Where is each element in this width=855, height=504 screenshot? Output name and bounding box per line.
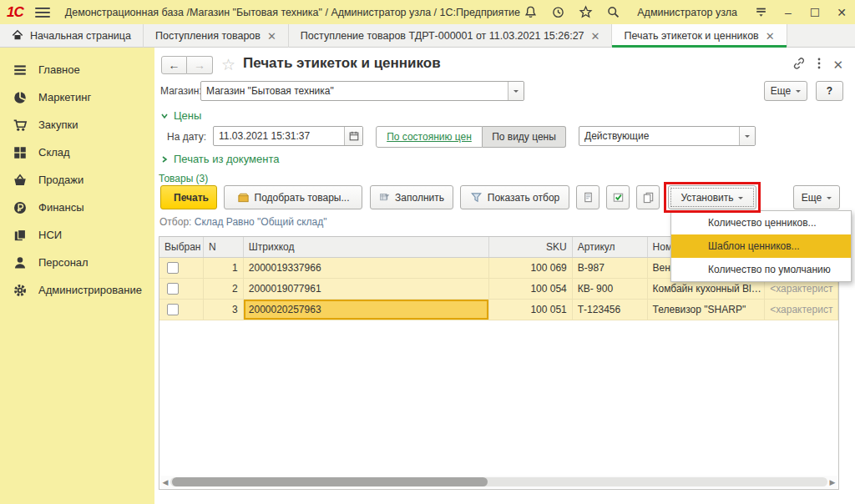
minimize-button[interactable]: –: [782, 6, 795, 19]
nav-back-button[interactable]: ←: [161, 56, 187, 74]
list-settings-button[interactable]: [576, 185, 600, 209]
dropdown-arrow-icon[interactable]: [739, 127, 755, 145]
copy-icon: [642, 191, 655, 204]
fill-button[interactable]: Заполнить: [370, 185, 453, 209]
sidebar-item-sales[interactable]: Продажи: [0, 166, 154, 194]
chevron-right-icon: [160, 155, 169, 164]
cell-nomenclature[interactable]: Телевизор "SHARP": [648, 300, 766, 320]
prices-section-toggle[interactable]: Цены: [160, 109, 201, 122]
date-input[interactable]: 11.03.2021 15:31:37: [213, 126, 363, 146]
calendar-icon[interactable]: [344, 127, 362, 145]
more-dots-icon[interactable]: [817, 57, 822, 73]
cell-sku[interactable]: 100 054: [489, 279, 573, 299]
toggle-by-price-state[interactable]: По состоянию цен: [376, 126, 483, 148]
cell-characteristic[interactable]: <характерист: [765, 300, 838, 320]
tab-print-labels[interactable]: Печать этикеток и ценников ✕: [612, 24, 787, 48]
current-user[interactable]: Администратор узла: [637, 7, 737, 18]
grid-icon: [13, 145, 28, 160]
notifications-bell-icon[interactable]: [524, 5, 538, 19]
scrollbar-thumb[interactable]: [172, 477, 488, 486]
column-header-selected[interactable]: Выбран: [159, 237, 204, 257]
dropdown-arrow-icon[interactable]: [508, 82, 524, 100]
cell-barcode-selected[interactable]: 2000020257963: [244, 300, 489, 320]
column-header-n[interactable]: N: [204, 237, 244, 257]
tab-close-icon[interactable]: ✕: [591, 30, 600, 43]
row-checkbox[interactable]: [167, 262, 179, 274]
cell-sku[interactable]: 100 069: [489, 258, 573, 278]
tab-label: Начальная страница: [30, 30, 131, 42]
cell-article[interactable]: В-987: [573, 258, 648, 278]
service-menu-icon[interactable]: [754, 5, 768, 19]
tab-goods-receipts[interactable]: Поступления товаров ✕: [144, 24, 289, 48]
menu-item-price-tag-count[interactable]: Количество ценников...: [671, 211, 851, 234]
cell-article[interactable]: КВ- 900: [573, 279, 648, 299]
books-icon: [13, 228, 28, 243]
help-button[interactable]: ?: [816, 81, 843, 101]
sidebar-item-purchases[interactable]: Закупки: [0, 111, 154, 139]
sidebar-item-finance[interactable]: Финансы: [0, 194, 154, 221]
cell-n[interactable]: 3: [204, 300, 244, 320]
search-icon[interactable]: [606, 5, 620, 19]
nav-forward-button[interactable]: →: [187, 56, 213, 74]
close-form-icon[interactable]: ✕: [832, 58, 843, 73]
cell-barcode[interactable]: 2000019337966: [244, 258, 489, 278]
set-button[interactable]: Установить: [668, 185, 756, 209]
sidebar-item-warehouse[interactable]: Склад: [0, 139, 154, 166]
window-title: Демонстрационная база /Магазин "Бытовая …: [65, 7, 520, 18]
toolbar-more-button[interactable]: Еще: [793, 185, 840, 209]
store-select[interactable]: Магазин "Бытовая техника": [200, 81, 524, 101]
pie-chart-icon: [13, 90, 28, 105]
tab-goods-receipt-doc[interactable]: Поступление товаров ТДРТ-000001 от 11.03…: [289, 24, 613, 48]
horizontal-scrollbar[interactable]: ◀ ▶: [160, 476, 837, 488]
checkmark-icon: [612, 191, 625, 204]
toggle-by-price-kind[interactable]: По виду цены: [483, 126, 566, 148]
show-filter-button[interactable]: Показать отбор: [460, 185, 569, 209]
menu-item-default-count[interactable]: Количество по умолчанию: [671, 258, 851, 281]
history-icon[interactable]: [551, 5, 565, 19]
pick-goods-button[interactable]: Подобрать товары...: [224, 185, 362, 209]
cell-n[interactable]: 2: [204, 279, 244, 299]
cell-sku[interactable]: 100 051: [489, 300, 573, 320]
column-header-article[interactable]: Артикул: [573, 237, 648, 257]
close-window-button[interactable]: ✕: [835, 6, 848, 19]
tab-close-icon[interactable]: ✕: [766, 30, 775, 43]
sidebar-item-marketing[interactable]: Маркетинг: [0, 83, 154, 111]
person-icon: [13, 255, 28, 270]
check-all-button[interactable]: [606, 185, 630, 209]
column-header-barcode[interactable]: Штрихкод: [244, 237, 489, 257]
scroll-left-icon[interactable]: ◀: [160, 478, 170, 486]
sidebar-item-personnel[interactable]: Персонал: [0, 249, 154, 276]
column-header-sku[interactable]: SKU: [489, 237, 573, 257]
tab-bar: Начальная страница Поступления товаров ✕…: [0, 24, 855, 48]
table-row[interactable]: 3 2000020257963 100 051 Т-123456 Телевиз…: [159, 300, 838, 320]
row-checkbox[interactable]: [167, 304, 179, 315]
maximize-button[interactable]: ☐: [808, 6, 822, 19]
price-filter-select[interactable]: Действующие: [579, 126, 756, 146]
sidebar-item-administration[interactable]: Администрирование: [0, 276, 154, 304]
copy-button[interactable]: [636, 185, 660, 209]
more-button[interactable]: Еще: [764, 81, 807, 101]
scroll-right-icon[interactable]: ▶: [827, 478, 837, 486]
scrollbar-track[interactable]: [170, 477, 827, 486]
tab-home[interactable]: Начальная страница: [0, 24, 144, 48]
favorites-star-icon[interactable]: [579, 5, 593, 19]
favorite-toggle-star[interactable]: ☆: [221, 55, 235, 74]
row-checkbox[interactable]: [167, 283, 179, 295]
menu-item-price-tag-template[interactable]: Шаблон ценников...: [671, 234, 851, 258]
tab-close-icon[interactable]: ✕: [267, 30, 276, 43]
1c-logo: 1С: [7, 4, 23, 21]
filter-info-line: Отбор: Склад Равно "Общий склад": [159, 216, 327, 228]
tab-label: Поступления товаров: [155, 30, 261, 42]
get-link-icon[interactable]: [792, 57, 806, 73]
cell-n[interactable]: 1: [204, 258, 244, 278]
filter-label: Отбор:: [159, 216, 191, 228]
sidebar-item-nsi[interactable]: НСИ: [0, 221, 154, 249]
cell-barcode[interactable]: 2000019077961: [244, 279, 489, 299]
main-menu-icon[interactable]: [35, 8, 50, 18]
print-from-document-toggle[interactable]: Печать из документа: [160, 153, 279, 165]
sidebar-item-main[interactable]: Главное: [0, 56, 154, 83]
cell-article[interactable]: Т-123456: [573, 300, 648, 320]
filter-value: Склад Равно "Общий склад": [195, 216, 327, 228]
print-button[interactable]: Печать: [160, 185, 217, 209]
basket-icon: [13, 173, 28, 188]
